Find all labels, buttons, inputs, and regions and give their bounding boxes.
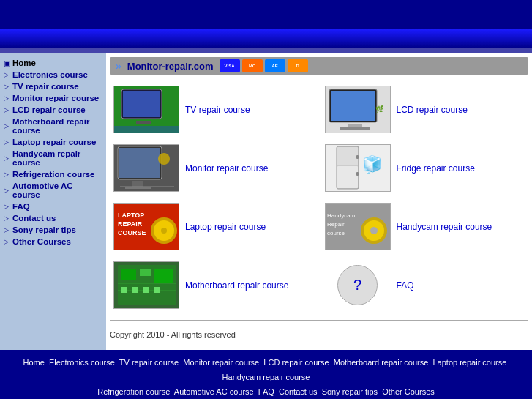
content-area: » Monitor-repair.com VISA MC AE D [106,53,532,350]
svg-text:Handycam: Handycam [327,212,356,219]
svg-text:🌿: 🌿 [375,105,384,113]
footer-link-faq[interactable]: FAQ [258,387,274,396]
svg-rect-3 [136,121,151,124]
course-title-lcd: LCD repair course [397,105,468,115]
sidebar-link-automotive[interactable]: Automotive AC course [12,182,102,199]
sidebar-item-contact[interactable]: ▷ Contact us [4,212,102,224]
arrow-icon-4: ▷ [4,106,9,113]
svg-rect-22 [356,155,359,159]
course-grid: TV repair course 🌿 LCD repair co [110,82,528,313]
course-link-handycam[interactable]: Handycam repair course [397,222,492,232]
faq-icon: ? [337,265,378,305]
sidebar-link-lcd[interactable]: LCD repair course [12,105,86,114]
header-bottom [0,48,532,53]
footer-link-home[interactable]: Home [23,358,45,367]
arrow-icon-9: ▷ [4,187,9,194]
sidebar-item-automotive[interactable]: ▷ Automotive AC course [4,180,102,201]
sidebar-item-electronics[interactable]: ▷ Electronics course [4,69,102,81]
course-item-monitor: Monitor repair course [110,141,318,195]
footer-link-handycam[interactable]: Handycam repair course [222,373,310,381]
footer-link-sony[interactable]: Sony repair tips [322,387,378,396]
sidebar-item-lcd[interactable]: ▷ LCD repair course [4,104,102,116]
main-layout: ▣ Home ▷ Electronics course ▷ TV repair … [0,53,532,350]
course-title-monitor: Monitor repair course [185,163,268,174]
sidebar-item-refrigeration[interactable]: ▷ Refrigeration course [4,168,102,180]
footer-link-laptop[interactable]: Laptop repair course [432,358,506,367]
svg-point-38 [370,227,378,234]
sidebar-item-faq[interactable]: ▷ FAQ [4,201,102,212]
sidebar-item-tv[interactable]: ▷ TV repair course [4,81,102,92]
sidebar-item-laptop[interactable]: ▷ Laptop repair course [4,136,102,148]
footer-link-automotive[interactable]: Automotive AC course [174,387,254,396]
course-link-fridge[interactable]: Fridge repair course [397,163,475,174]
course-link-motherboard[interactable]: Motherboard repair course [185,280,288,291]
sidebar-link-other[interactable]: Other Courses [12,237,71,246]
sidebar-item-motherboard[interactable]: ▷ Motherboard repair course [4,116,102,136]
sidebar-link-laptop[interactable]: Laptop repair course [12,138,96,146]
sidebar-link-tv[interactable]: TV repair course [12,82,79,91]
footer-link-contact[interactable]: Contact us [279,387,318,396]
course-thumb-monitor [113,144,179,192]
sidebar-item-monitor[interactable]: ▷ Monitor repair course [4,92,102,104]
course-thumb-fridge: 🧊 [325,144,391,192]
svg-rect-46 [121,287,127,293]
footer-link-refrigeration[interactable]: Refrigeration course [97,387,170,396]
site-bar: » Monitor-repair.com VISA MC AE D [110,57,528,75]
svg-text:REPAIR: REPAIR [118,220,143,228]
course-link-monitor[interactable]: Monitor repair course [185,163,268,174]
arrow-icon-2: ▷ [4,83,9,90]
sidebar-link-contact[interactable]: Contact us [12,214,56,223]
sidebar-link-handycam[interactable]: Handycam repair course [12,149,102,167]
header-top [0,0,532,29]
sidebar-link-monitor[interactable]: Monitor repair course [12,94,99,102]
footer-link-other[interactable]: Other Courses [382,387,435,396]
home-icon: ▣ [4,59,10,67]
sidebar-link-refrigeration[interactable]: Refrigeration course [12,170,94,179]
course-item-laptop: LAPTOP REPAIR COURSE Laptop repair cours… [110,199,318,254]
course-title-faq: FAQ [397,280,414,291]
arrow-icon-5: ▷ [4,122,9,130]
payment-cards: VISA MC AE D [220,59,308,72]
visa-card-icon: VISA [220,59,240,72]
course-title-motherboard: Motherboard repair course [185,280,288,291]
site-bar-arrows-icon: » [116,60,121,72]
svg-text:Repair: Repair [327,221,345,228]
course-link-tv[interactable]: TV repair course [185,105,250,115]
svg-rect-42 [140,269,151,276]
sidebar-item-handycam[interactable]: ▷ Handycam repair course [4,148,102,168]
footer-link-motherboard[interactable]: Motherboard repair course [334,358,429,367]
course-item-lcd: 🌿 LCD repair course [321,82,529,137]
footer-link-monitor[interactable]: Monitor repair course [183,358,259,367]
course-link-faq[interactable]: FAQ [397,280,414,291]
footer-link-lcd[interactable]: LCD repair course [263,358,329,367]
arrow-icon-7: ▷ [4,154,9,162]
course-item-tv: TV repair course [110,82,318,137]
course-link-laptop[interactable]: Laptop repair course [185,222,266,232]
course-link-lcd[interactable]: LCD repair course [397,105,468,115]
sidebar-item-sony[interactable]: ▷ Sony repair tips [4,224,102,236]
sidebar-item-home[interactable]: ▣ Home [4,57,102,69]
arrow-icon-3: ▷ [4,94,9,102]
svg-rect-8 [348,124,362,127]
site-bar-title: Monitor-repair.com [127,61,214,72]
discover-icon: D [288,59,308,72]
course-title-handycam: Handycam repair course [397,222,492,232]
svg-rect-48 [143,287,149,293]
course-thumb-motherboard [113,261,179,309]
arrow-icon-8: ▷ [4,171,9,178]
svg-rect-7 [331,91,375,121]
footer-link-electronics[interactable]: Electronics course [49,358,115,367]
svg-rect-4 [114,126,179,133]
svg-rect-13 [119,148,160,178]
sidebar-link-motherboard[interactable]: Motherboard repair course [12,117,102,135]
copyright-text: Copyright 2010 - All rights reserved [110,328,528,346]
svg-rect-9 [340,127,370,130]
svg-rect-41 [121,269,136,280]
sidebar-link-faq[interactable]: FAQ [12,202,30,211]
footer-link-tv[interactable]: TV repair course [119,358,179,367]
sidebar-item-other[interactable]: ▷ Other Courses [4,236,102,247]
svg-rect-49 [154,287,160,293]
sidebar-link-sony[interactable]: Sony repair tips [12,225,76,234]
sidebar-home-label: Home [12,59,36,67]
sidebar-link-electronics[interactable]: Electronics course [12,70,88,79]
